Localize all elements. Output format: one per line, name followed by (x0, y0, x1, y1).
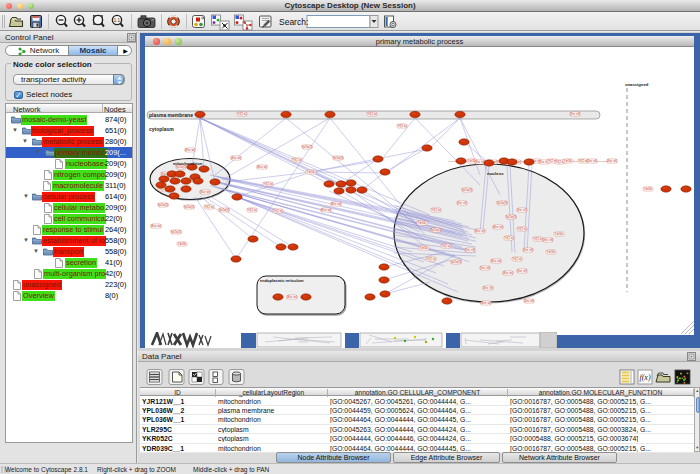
svg-text:(3nc etl): (3nc etl) (480, 266, 490, 270)
svg-text:nucleus: nucleus (487, 171, 504, 176)
svg-text:Yif(2 w): Yif(2 w) (517, 227, 526, 231)
svg-text:Yif(2 w): Yif(2 w) (504, 236, 513, 240)
svg-text:(3nc etl): (3nc etl) (543, 238, 553, 242)
svg-text:Ydr34c: Ydr34c (418, 221, 427, 225)
svg-text:(Bce wt): (Bce wt) (257, 165, 267, 169)
svg-text:Yif(2 w): Yif(2 w) (533, 237, 542, 241)
svg-text:Yif(2 w): Yif(2 w) (263, 182, 272, 186)
svg-text:Ydr34c: Ydr34c (564, 159, 573, 163)
svg-text:(Bce wt): (Bce wt) (503, 271, 513, 275)
svg-text:Ypl2w(3): Ypl2w(3) (497, 201, 508, 205)
svg-text:(Bce wt): (Bce wt) (481, 301, 491, 305)
svg-text:Ydr34c: Ydr34c (178, 242, 187, 246)
svg-text:Ypl2w(3): Ypl2w(3) (176, 165, 187, 169)
svg-text:cytoplasm: cytoplasm (149, 126, 174, 132)
svg-text:Ypl2w(3): Ypl2w(3) (171, 230, 182, 234)
svg-text:(3nc etl): (3nc etl) (475, 160, 485, 164)
svg-text:Yif(2 w): Yif(2 w) (512, 257, 521, 261)
svg-text:Yif(2 w): Yif(2 w) (204, 205, 213, 209)
svg-text:endoplasmic reticulum: endoplasmic reticulum (260, 278, 304, 283)
svg-text:Ydr34c: Ydr34c (307, 170, 316, 174)
svg-text:(3nc etl): (3nc etl) (524, 299, 534, 303)
svg-text:f(x): f(x) (639, 373, 650, 382)
svg-text:Yif(2 w): Yif(2 w) (292, 158, 301, 162)
svg-text:(3nc etl): (3nc etl) (517, 208, 527, 212)
svg-text:(Bce wt): (Bce wt) (331, 202, 341, 206)
svg-text:Ypl2w(3): Ypl2w(3) (431, 228, 442, 232)
svg-text:(Bce wt): (Bce wt) (151, 224, 161, 228)
svg-text:(3nc etl): (3nc etl) (570, 112, 580, 116)
svg-text:(3nc etl): (3nc etl) (587, 159, 597, 163)
svg-text:Ypl2w(3): Ypl2w(3) (158, 203, 169, 207)
svg-text:(Bce wt): (Bce wt) (493, 225, 503, 229)
svg-text:(Bce wt): (Bce wt) (475, 229, 485, 233)
svg-text:(Bce wt): (Bce wt) (231, 156, 241, 160)
svg-text:Ypl2w(3): Ypl2w(3) (184, 205, 195, 209)
svg-text:Ypl2w(3): Ypl2w(3) (333, 156, 344, 160)
svg-text:Ypl2w(3): Ypl2w(3) (219, 208, 230, 212)
svg-text:(3nc etl): (3nc etl) (465, 248, 475, 252)
svg-text:Yif(2 w): Yif(2 w) (247, 208, 256, 212)
svg-text:Yif(2 w): Yif(2 w) (431, 208, 440, 212)
svg-text:Ydr34c: Ydr34c (555, 232, 564, 236)
svg-text:(Bce wt): (Bce wt) (185, 148, 195, 152)
svg-text:(Bce wt): (Bce wt) (321, 208, 331, 212)
svg-text:Yif(2 w): Yif(2 w) (397, 124, 406, 128)
svg-text:mitochondrion: mitochondrion (173, 161, 203, 166)
svg-text:(3nc etl): (3nc etl) (517, 269, 527, 273)
svg-text:Ypl2w(3): Ypl2w(3) (302, 145, 313, 149)
svg-text:Yif(2 w): Yif(2 w) (426, 257, 435, 261)
svg-text:1:1: 1:1 (114, 18, 121, 23)
svg-text:Yif(2 w): Yif(2 w) (273, 209, 282, 213)
svg-text:unassigned: unassigned (625, 82, 649, 87)
svg-text:(3nc etl): (3nc etl) (523, 248, 533, 252)
svg-text:Ydr34c: Ydr34c (644, 187, 653, 191)
svg-text:Yif(2 w): Yif(2 w) (367, 112, 376, 116)
svg-text:Yif(2 w): Yif(2 w) (441, 244, 450, 248)
svg-text:Yif(2 w): Yif(2 w) (237, 112, 246, 116)
svg-text:Ypl2w(3): Ypl2w(3) (462, 188, 473, 192)
svg-text:Ypl2w(3): Ypl2w(3) (506, 215, 517, 219)
svg-text:(3nc etl): (3nc etl) (483, 286, 493, 290)
svg-text:(3nc etl): (3nc etl) (457, 201, 467, 205)
svg-text:Ypl2w(3): Ypl2w(3) (451, 260, 462, 264)
svg-text:Ydr34c: Ydr34c (420, 246, 429, 250)
svg-text:(Bce wt): (Bce wt) (200, 190, 210, 194)
svg-text:Ydr34c: Ydr34c (547, 250, 556, 254)
svg-text:(Bce wt): (Bce wt) (287, 295, 297, 299)
svg-text:plasma membrane: plasma membrane (149, 112, 193, 118)
svg-text:(Bce wt): (Bce wt) (491, 259, 501, 263)
svg-text:(3nc etl): (3nc etl) (607, 159, 617, 163)
